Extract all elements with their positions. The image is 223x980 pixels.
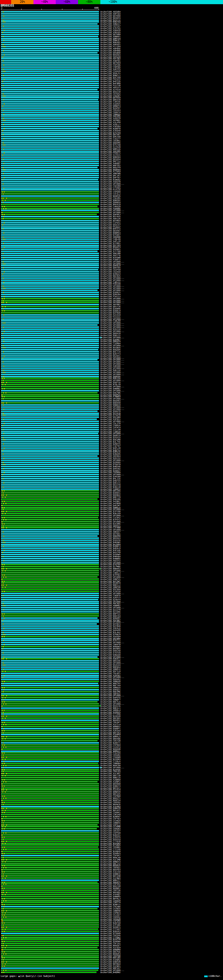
alignment-bar[interactable] (1, 79, 99, 80)
alignment-bar[interactable] (1, 200, 99, 201)
alignment-bar[interactable] (1, 365, 99, 367)
alignment-bar[interactable] (1, 752, 99, 754)
alignment-bar[interactable] (1, 623, 97, 625)
alignment-bar[interactable] (1, 275, 99, 277)
alignment-bar[interactable] (1, 574, 99, 576)
alignment-bar[interactable] (1, 377, 99, 379)
alignment-bar[interactable] (1, 830, 99, 832)
alignment-bar[interactable] (1, 136, 99, 137)
alignment-bar[interactable] (1, 773, 99, 774)
alignment-bar[interactable] (1, 689, 99, 690)
alignment-bar[interactable] (1, 759, 99, 760)
alignment-bar[interactable] (1, 386, 99, 387)
alignment-bar[interactable] (1, 547, 99, 549)
alignment-bar[interactable] (1, 507, 99, 508)
alignment-bar[interactable] (1, 908, 98, 909)
alignment-bar[interactable] (1, 953, 99, 955)
alignment-bar[interactable] (1, 732, 99, 733)
alignment-bar[interactable] (1, 339, 99, 340)
alignment-bar[interactable] (1, 933, 99, 934)
alignment-bar[interactable] (1, 519, 99, 520)
alignment-bar[interactable] (1, 329, 99, 330)
alignment-bar[interactable] (1, 562, 99, 563)
alignment-bar[interactable] (1, 126, 99, 127)
alignment-bar[interactable] (1, 966, 99, 967)
alignment-bar[interactable] (1, 314, 99, 316)
alignment-bar[interactable] (1, 611, 99, 612)
alignment-bar[interactable] (1, 881, 98, 883)
alignment-bar[interactable] (1, 621, 99, 623)
alignment-bar[interactable] (1, 474, 99, 475)
alignment-bar[interactable] (1, 609, 99, 611)
alignment-bar[interactable] (1, 451, 99, 453)
alignment-bar[interactable] (1, 398, 99, 399)
alignment-bar[interactable] (1, 54, 99, 56)
alignment-bar[interactable] (1, 267, 99, 268)
alignment-bar[interactable] (1, 11, 99, 13)
alignment-bar[interactable] (1, 791, 99, 792)
alignment-bar[interactable] (1, 71, 99, 72)
alignment-bar[interactable] (1, 202, 99, 203)
alignment-bar[interactable] (1, 857, 99, 858)
alignment-bar[interactable] (1, 816, 99, 817)
alignment-bar[interactable] (1, 417, 99, 418)
alignment-bar[interactable] (1, 546, 99, 547)
alignment-bar[interactable] (1, 685, 99, 686)
alignment-bar[interactable] (1, 99, 98, 100)
alignment-bar[interactable] (1, 431, 99, 433)
alignment-bar[interactable] (1, 210, 99, 211)
alignment-bar[interactable] (1, 619, 99, 621)
alignment-bar[interactable] (1, 885, 99, 887)
alignment-bar[interactable] (1, 173, 99, 174)
alignment-bar[interactable] (1, 134, 99, 135)
alignment-bar[interactable] (1, 538, 99, 539)
alignment-bar[interactable] (1, 566, 99, 567)
alignment-bar[interactable] (1, 961, 99, 963)
alignment-bar[interactable] (1, 312, 99, 313)
alignment-bar[interactable] (1, 409, 99, 410)
alignment-bar[interactable] (1, 591, 99, 592)
alignment-bar[interactable] (1, 837, 99, 838)
alignment-bar[interactable] (1, 75, 99, 76)
alignment-bar[interactable] (1, 615, 99, 617)
alignment-bar[interactable] (1, 693, 99, 695)
alignment-bar[interactable] (1, 466, 99, 467)
alignment-bar[interactable] (1, 421, 99, 422)
alignment-bar[interactable] (1, 376, 99, 377)
alignment-bar[interactable] (1, 361, 99, 363)
alignment-bar[interactable] (1, 644, 99, 645)
alignment-bar[interactable] (1, 310, 99, 312)
alignment-bar[interactable] (1, 410, 98, 412)
alignment-bar[interactable] (1, 838, 99, 840)
alignment-bar[interactable] (1, 453, 99, 455)
alignment-bar[interactable] (1, 433, 98, 434)
alignment-bar[interactable] (1, 972, 96, 973)
alignment-bar[interactable] (1, 789, 99, 791)
alignment-bar[interactable] (1, 865, 99, 866)
alignment-bar[interactable] (1, 224, 99, 226)
alignment-bar[interactable] (1, 296, 99, 297)
alignment-bar[interactable] (1, 832, 99, 834)
alignment-bar[interactable] (1, 222, 99, 224)
alignment-bar[interactable] (1, 943, 99, 944)
alignment-bar[interactable] (1, 636, 99, 637)
alignment-bar[interactable] (1, 902, 99, 903)
alignment-bar[interactable] (1, 625, 99, 627)
alignment-bar[interactable] (1, 240, 99, 242)
alignment-bar[interactable] (1, 458, 99, 459)
alignment-bar[interactable] (1, 343, 99, 344)
alignment-bar[interactable] (1, 285, 99, 287)
alignment-bar[interactable] (1, 662, 99, 663)
alignment-bar[interactable] (1, 306, 99, 307)
alignment-bar[interactable] (1, 947, 98, 948)
alignment-bar[interactable] (1, 746, 99, 748)
alignment-bar[interactable] (1, 165, 99, 166)
alignment-bar[interactable] (1, 579, 99, 580)
alignment-bar[interactable] (1, 726, 99, 727)
alignment-bar[interactable] (1, 888, 99, 889)
alignment-bar[interactable] (1, 900, 99, 901)
alignment-bar[interactable] (1, 335, 99, 336)
alignment-bar[interactable] (1, 193, 99, 195)
alignment-bar[interactable] (1, 587, 99, 588)
alignment-bar[interactable] (1, 957, 99, 958)
